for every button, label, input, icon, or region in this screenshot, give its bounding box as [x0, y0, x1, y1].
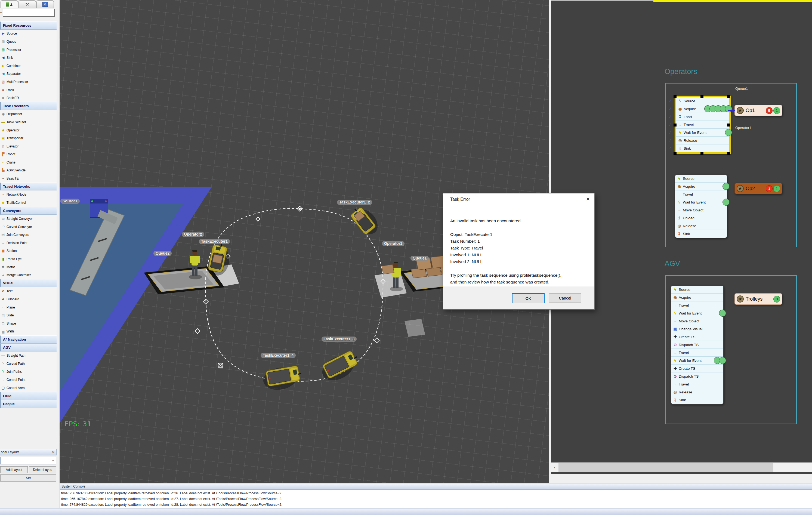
selection-handle[interactable]	[727, 123, 730, 126]
resource-op1[interactable]: ★Op151	[734, 105, 782, 116]
tab-library[interactable]: ♟	[1, 0, 18, 8]
library-item-basicfr[interactable]: ■BasicFR	[0, 94, 57, 102]
library-item-separator[interactable]: ◀Separator	[0, 70, 57, 78]
activity-block[interactable]: ϟSource◉Acquire→TravelϟWait for Event→Mo…	[671, 285, 724, 404]
library-item-curved-conveyor[interactable]: ◠Curved Conveyor	[0, 223, 57, 231]
activity-move-object[interactable]: →Move Object	[671, 317, 723, 325]
activity-travel[interactable]: →Travel	[676, 121, 729, 129]
library-item-control-area[interactable]: ▢Control Area	[0, 384, 57, 392]
library-item-station[interactable]: ▣Station	[0, 247, 57, 255]
library-item-straight-conveyor[interactable]: ▭Straight Conveyor	[0, 214, 57, 223]
activity-wait-for-event[interactable]: ϟWait for Event	[675, 198, 727, 206]
library-section-task-executers[interactable]: Task Executers	[0, 102, 57, 110]
activity-travel[interactable]: →Travel	[671, 349, 723, 357]
activity-create-ts[interactable]: ✚Create TS	[671, 333, 723, 341]
library-item-basicte[interactable]: ●BasicTE	[0, 174, 57, 182]
taskexecuter1-3-vehicle[interactable]	[318, 348, 362, 385]
library-section-a-navigation[interactable]: A* Navigation	[0, 336, 57, 344]
activity-sink[interactable]: ↧Sink	[676, 144, 729, 152]
library-item-join-paths[interactable]: YJoin Paths	[0, 368, 57, 376]
activity-block[interactable]: ϟSource◉Acquire→TravelϟWait for Event→Mo…	[675, 174, 727, 238]
taskexecuter1-2-vehicle[interactable]	[348, 202, 382, 238]
selection-handle[interactable]	[673, 123, 676, 126]
activity-create-ts[interactable]: ✚Create TS	[671, 365, 723, 372]
library-item-asrsvehicle[interactable]: ▙ASRSvehicle	[0, 167, 57, 175]
library-item-slide[interactable]: ▤Slide	[0, 311, 57, 319]
library-item-photo-eye[interactable]: ▮Photo Eye	[0, 255, 57, 263]
activity-travel[interactable]: →Travel	[675, 191, 727, 198]
activity-wait-for-event[interactable]: ϟWait for Event	[671, 309, 723, 317]
scroll-left-icon[interactable]: ‹	[551, 462, 558, 472]
scrollbar-thumb[interactable]	[558, 463, 773, 472]
selection-handle[interactable]	[727, 152, 730, 155]
library-item-multiprocessor[interactable]: ▧MultiProcessor	[0, 78, 57, 86]
library-item-join-conveyors[interactable]: ⋈Join Conveyors	[0, 231, 57, 239]
library-section-fluid[interactable]: Fluid	[0, 392, 57, 400]
activity-move-object[interactable]: →Move Object	[675, 206, 727, 214]
activity-load[interactable]: ↧Load	[676, 113, 729, 121]
library-item-processor[interactable]: ▦Processor	[0, 46, 57, 54]
activity-release[interactable]: ◎Release	[671, 388, 723, 396]
activity-dispatch-ts[interactable]: ⊙Dispatch TS	[671, 341, 723, 349]
library-item-plane[interactable]: ▱Plane	[0, 303, 57, 312]
library-item-queue[interactable]: ▥Queue	[0, 37, 57, 46]
activity-source[interactable]: ϟSource	[675, 175, 727, 182]
activity-acquire[interactable]: ◉Acquire	[675, 182, 727, 191]
activity-wait-for-event[interactable]: ϟWait for Event	[676, 129, 729, 137]
library-item-walls[interactable]: ▄Walls	[0, 327, 57, 336]
horizontal-scrollbar[interactable]: ‹	[551, 462, 812, 472]
activity-release[interactable]: ◎Release	[676, 137, 729, 144]
library-item-source[interactable]: ▶Source	[0, 30, 57, 38]
library-item-text[interactable]: AText	[0, 287, 57, 295]
activity-release[interactable]: ◎Release	[675, 222, 727, 230]
library-item-decision-point[interactable]: →Decision Point	[0, 239, 57, 247]
close-icon[interactable]: ✕	[586, 196, 590, 202]
activity-source[interactable]: ϟSource	[671, 286, 723, 293]
library-section-agv[interactable]: AGV	[0, 344, 57, 352]
selection-handle[interactable]	[673, 152, 676, 155]
library-item-sink[interactable]: ◀Sink	[0, 54, 57, 62]
activity-block[interactable]: ϟSource◉Acquire↧Load→TravelϟWait for Eve…	[675, 96, 731, 154]
library-item-motor[interactable]: ✱Motor	[0, 263, 57, 271]
library-item-taskexecuter[interactable]: ▬TaskExecuter	[0, 118, 57, 126]
library-item-combiner[interactable]: ▶Combiner	[0, 62, 57, 70]
activity-travel[interactable]: →Travel	[671, 380, 723, 388]
selection-handle[interactable]	[700, 95, 703, 98]
library-item-transporter[interactable]: ▣Transporter	[0, 134, 57, 142]
tab-model-settings[interactable]: ⚙	[36, 0, 54, 8]
library-item-merge-controller[interactable]: ▲Merge Controller	[0, 271, 57, 279]
library-item-rack[interactable]: ≡Rack	[0, 86, 57, 94]
cancel-button[interactable]: Cancel	[549, 293, 581, 303]
close-icon[interactable]: ✕	[52, 450, 55, 454]
library-item-shape[interactable]: ◻Shape	[0, 319, 57, 327]
library-item-crane[interactable]: ⌐Crane	[0, 158, 57, 167]
library-item-curved-path[interactable]: ◝Curved Path	[0, 360, 57, 368]
activity-wait-for-event[interactable]: ϟWait for Event	[671, 357, 723, 365]
activity-acquire[interactable]: ◉Acquire	[671, 293, 723, 302]
resource-op2[interactable]: ★Op211	[734, 183, 782, 194]
library-item-control-point[interactable]: →Control Point	[0, 376, 57, 384]
activity-travel[interactable]: →Travel	[671, 302, 723, 309]
ok-button[interactable]: OK	[512, 293, 545, 303]
activity-dispatch-ts[interactable]: ⊙Dispatch TS	[671, 372, 723, 380]
library-section-visual[interactable]: Visual	[0, 279, 57, 287]
library-item-networknode[interactable]: ◦NetworkNode	[0, 191, 57, 199]
library-section-people[interactable]: People	[0, 400, 57, 408]
tab-toolbox[interactable]: ⚒	[19, 0, 36, 8]
library-item-elevator[interactable]: ▯Elevator	[0, 142, 57, 150]
library-section-conveyors[interactable]: Conveyors	[0, 207, 57, 215]
add-layout-button[interactable]: Add Layout	[0, 466, 28, 474]
library-section-fixed-resources[interactable]: Fixed Resources	[0, 22, 57, 30]
library-item-operator[interactable]: ♟Operator	[0, 126, 57, 134]
delete-layout-button[interactable]: Delete Layou	[29, 466, 56, 474]
library-item-straight-path[interactable]: —Straight Path	[0, 351, 57, 360]
library-item-trafficcontrol[interactable]: ◆TrafficControl	[0, 199, 57, 207]
system-console-output[interactable]: time: 256.963730 exception: Label proper…	[60, 490, 812, 508]
library-item-robot[interactable]: ▛Robot	[0, 150, 57, 159]
layout-select[interactable]: ⌄	[0, 457, 56, 464]
set-layout-button[interactable]: Set	[0, 475, 56, 482]
selection-handle[interactable]	[727, 95, 730, 98]
taskexecuter1-4-vehicle[interactable]	[262, 364, 303, 392]
library-item-dispatcher[interactable]: ◉Dispatcher	[0, 110, 57, 118]
selection-handle[interactable]	[700, 152, 703, 155]
